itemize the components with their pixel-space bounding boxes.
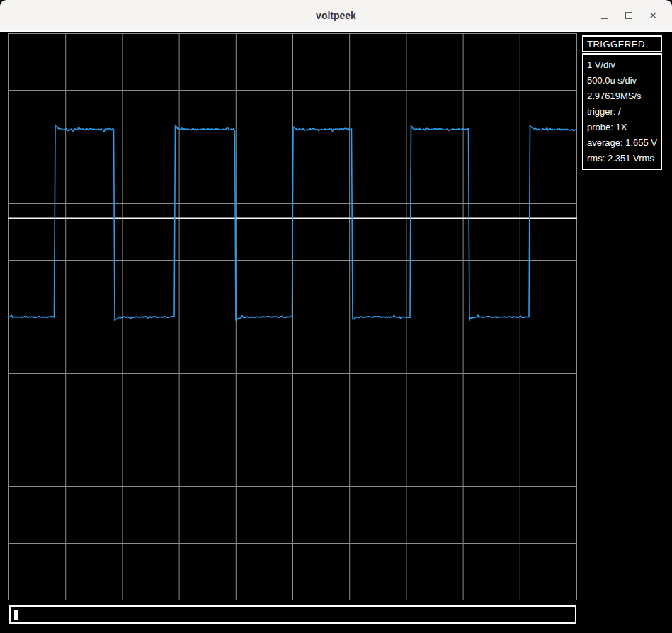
minimize-icon	[601, 18, 608, 19]
minimize-button[interactable]	[597, 8, 613, 23]
stat-row: trigger: /	[587, 104, 657, 120]
voltpeek-window: voltpeek ✕ TRIGGERED 1 V/div500.0u s/div…	[0, 0, 672, 633]
stat-row: 500.0u s/div	[587, 73, 657, 89]
maximize-button[interactable]	[621, 8, 637, 23]
close-button[interactable]: ✕	[645, 8, 661, 23]
stat-row: 2.97619MS/s	[587, 89, 657, 104]
stat-row: probe: 1X	[587, 120, 657, 135]
stat-row: rms: 2.351 Vrms	[587, 151, 657, 166]
close-icon: ✕	[649, 11, 657, 21]
window-title: voltpeek	[316, 10, 356, 21]
stat-row: average: 1.655 V	[587, 135, 657, 151]
maximize-icon	[625, 12, 632, 19]
waveform-trace	[8, 125, 577, 321]
scope-display	[8, 33, 577, 600]
text-cursor	[14, 610, 18, 620]
stat-row: 1 V/div	[587, 57, 657, 73]
scope-stats: 1 V/div500.0u s/div2.97619MS/strigger: /…	[582, 53, 662, 170]
window-controls: ✕	[597, 0, 661, 30]
titlebar: voltpeek ✕	[0, 0, 672, 32]
command-input[interactable]	[9, 605, 576, 624]
info-panel: TRIGGERED 1 V/div500.0u s/div2.97619MS/s…	[582, 35, 662, 170]
trigger-status-badge: TRIGGERED	[582, 35, 662, 52]
